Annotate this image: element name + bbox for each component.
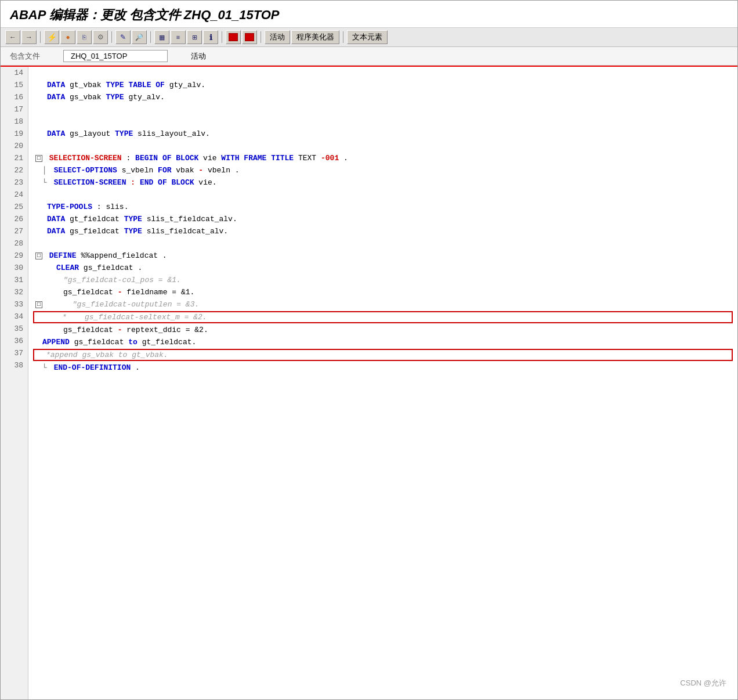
code-line-28 bbox=[33, 237, 733, 250]
code-line-22: │ SELECT-OPTIONS s_vbeln FOR vbak - vbel… bbox=[33, 164, 733, 176]
code-line-25: TYPE-POOLS : slis. bbox=[33, 201, 733, 213]
ln-27: 27 bbox=[1, 225, 28, 237]
code-line-16: DATA gs_vbak TYPE gty_alv. bbox=[33, 91, 733, 103]
ln-25: 25 bbox=[1, 201, 28, 213]
code-area[interactable]: DATA gt_vbak TYPE TABLE OF gty_alv. DATA… bbox=[28, 67, 737, 699]
history-button[interactable]: ⚡ bbox=[44, 30, 59, 44]
ln-20: 20 bbox=[1, 140, 28, 152]
code-line-35: gs_fieldcat - reptext_ddic = &2. bbox=[33, 324, 733, 336]
toolbar: ← → ⚡ ● ⎘ ⚙ ✎ 🔎 ▦ ≡ ⊞ ℹ bbox=[1, 28, 737, 47]
bookmark-button[interactable]: ● bbox=[60, 30, 75, 44]
ln-23: 23 bbox=[1, 176, 28, 189]
copy-button[interactable]: ⎘ bbox=[77, 30, 92, 44]
collapse-21[interactable]: □ bbox=[35, 155, 42, 162]
ln-15: 15 bbox=[1, 79, 28, 91]
page-title: ABAP 编辑器：更改 包含文件 ZHQ_01_15TOP bbox=[10, 6, 728, 24]
forward-button[interactable]: → bbox=[21, 30, 37, 44]
editor-container: 14 15 16 17 18 19 20 21 22 23 24 25 26 2… bbox=[1, 66, 737, 699]
list-button[interactable]: ≡ bbox=[171, 30, 186, 44]
collapse-29[interactable]: □ bbox=[35, 252, 42, 259]
ln-36: 36 bbox=[1, 335, 28, 347]
code-line-31: "gs_fieldcat-col_pos = &1. bbox=[33, 274, 733, 286]
code-line-17 bbox=[33, 103, 733, 116]
main-window: ABAP 编辑器：更改 包含文件 ZHQ_01_15TOP ← → ⚡ ● ⎘ … bbox=[0, 0, 738, 700]
watermark: CSDN @允许 bbox=[680, 678, 726, 688]
code-line-33: □ "gs_fieldcat-outputlen = &3. bbox=[33, 298, 733, 311]
separator-6 bbox=[343, 31, 343, 43]
mode-button[interactable]: 活动 bbox=[265, 30, 290, 44]
separator-2 bbox=[111, 31, 112, 43]
back-button[interactable]: ← bbox=[5, 30, 20, 44]
status-value: 活动 bbox=[191, 51, 206, 62]
info-bar: 包含文件 ZHQ_01_15TOP 活动 bbox=[1, 47, 737, 66]
ln-21: 21 bbox=[1, 152, 28, 164]
code-line-21: □ SELECTION-SCREEN : BEGIN OF BLOCK vie … bbox=[33, 152, 733, 164]
ln-31: 31 bbox=[1, 274, 28, 286]
pencil-button[interactable]: ✎ bbox=[115, 30, 131, 44]
ln-19: 19 bbox=[1, 128, 28, 140]
code-line-24 bbox=[33, 189, 733, 201]
info-button[interactable]: ℹ bbox=[203, 30, 218, 44]
ln-14: 14 bbox=[1, 67, 28, 79]
code-line-19: DATA gs_layout TYPE slis_layout_alv. bbox=[33, 128, 733, 140]
code-line-30: CLEAR gs_fieldcat . bbox=[33, 262, 733, 274]
code-line-18 bbox=[33, 116, 733, 128]
debug-button[interactable] bbox=[242, 30, 257, 44]
formatter-button[interactable]: 程序美化器 bbox=[291, 30, 339, 44]
code-line-15: DATA gt_vbak TYPE TABLE OF gty_alv. bbox=[33, 79, 733, 91]
code-line-27: DATA gs_fieldcat TYPE slis_fieldcat_alv. bbox=[33, 225, 733, 237]
separator-3 bbox=[150, 31, 151, 43]
separator-1 bbox=[40, 31, 41, 43]
ln-17: 17 bbox=[1, 103, 28, 116]
code-line-34: * gs_fieldcat-seltext_m = &2. bbox=[33, 311, 733, 323]
ln-28: 28 bbox=[1, 237, 28, 250]
ln-24: 24 bbox=[1, 189, 28, 201]
code-line-23: └ SELECTION-SCREEN : END OF BLOCK vie. bbox=[33, 176, 733, 189]
grid-button[interactable]: ⊞ bbox=[187, 30, 202, 44]
ln-26: 26 bbox=[1, 213, 28, 225]
ln-30: 30 bbox=[1, 262, 28, 274]
separator-5 bbox=[261, 31, 261, 43]
ln-16: 16 bbox=[1, 91, 28, 103]
collapse-33[interactable]: □ bbox=[35, 301, 42, 308]
ln-38: 38 bbox=[1, 359, 28, 371]
code-line-37: *append gs_vbak to gt_vbak. bbox=[33, 349, 733, 361]
run-button[interactable] bbox=[226, 30, 241, 44]
table-button[interactable]: ▦ bbox=[154, 30, 169, 44]
package-label: 包含文件 bbox=[10, 51, 40, 62]
code-line-20 bbox=[33, 140, 733, 152]
package-value: ZHQ_01_15TOP bbox=[63, 50, 168, 62]
find-button[interactable]: 🔎 bbox=[132, 30, 147, 44]
separator-4 bbox=[222, 31, 222, 43]
title-bar: ABAP 编辑器：更改 包含文件 ZHQ_01_15TOP bbox=[1, 1, 737, 28]
code-line-14 bbox=[33, 67, 733, 79]
line-numbers: 14 15 16 17 18 19 20 21 22 23 24 25 26 2… bbox=[1, 67, 28, 699]
code-line-38: └ END-OF-DEFINITION . bbox=[33, 362, 733, 374]
ln-34: 34 bbox=[1, 311, 28, 323]
code-line-29: □ DEFINE %%append_fieldcat . bbox=[33, 250, 733, 262]
ln-18: 18 bbox=[1, 116, 28, 128]
ln-33: 33 bbox=[1, 298, 28, 311]
code-line-32: gs_fieldcat - fieldname = &1. bbox=[33, 286, 733, 298]
settings-button[interactable]: ⚙ bbox=[93, 30, 108, 44]
ln-35: 35 bbox=[1, 323, 28, 335]
code-line-36: APPEND gs_fieldcat to gt_fieldcat. bbox=[33, 336, 733, 348]
text-elements-button[interactable]: 文本元素 bbox=[347, 30, 388, 44]
ln-37: 37 bbox=[1, 347, 28, 359]
ln-29: 29 bbox=[1, 250, 28, 262]
ln-32: 32 bbox=[1, 286, 28, 298]
ln-22: 22 bbox=[1, 164, 28, 176]
code-line-26: DATA gt_fieldcat TYPE slis_t_fieldcat_al… bbox=[33, 213, 733, 225]
